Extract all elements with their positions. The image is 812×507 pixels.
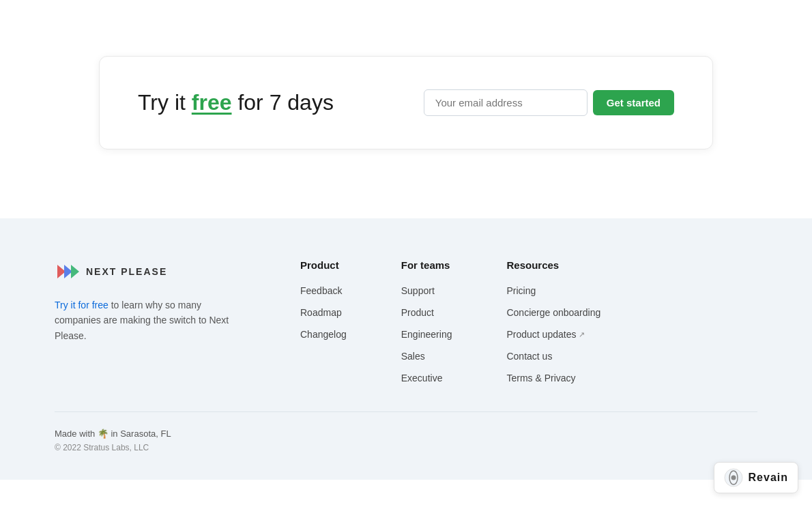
concierge-link[interactable]: Concierge onboarding xyxy=(506,307,600,318)
list-item: Executive xyxy=(401,372,452,384)
sales-link[interactable]: Sales xyxy=(401,351,425,362)
product-updates-link[interactable]: Product updates ↗ xyxy=(506,329,585,340)
footer-col-teams-heading: For teams xyxy=(401,259,452,271)
list-item: Support xyxy=(401,285,452,297)
email-input[interactable] xyxy=(424,89,588,116)
top-section: Try it free for 7 days Get started xyxy=(0,0,812,218)
footer-col-teams-list: Support Product Engineering Sales Execut… xyxy=(401,285,452,384)
list-item: Product xyxy=(401,306,452,319)
list-item: Engineering xyxy=(401,328,452,341)
roadmap-link[interactable]: Roadmap xyxy=(300,307,342,318)
list-item: Pricing xyxy=(506,285,600,297)
cta-heading-before: Try it xyxy=(138,90,192,115)
list-item: Contact us xyxy=(506,350,600,362)
engineering-link[interactable]: Engineering xyxy=(401,329,452,340)
list-item: Sales xyxy=(401,350,452,362)
footer-top: NEXT PLEASE Try it for free to learn why… xyxy=(55,259,757,411)
footer-copyright: © 2022 Stratus Labs, LLC xyxy=(55,443,171,452)
contact-us-link[interactable]: Contact us xyxy=(506,351,552,362)
pricing-link[interactable]: Pricing xyxy=(506,285,536,296)
cta-form: Get started xyxy=(424,89,674,116)
footer-col-resources-heading: Resources xyxy=(506,259,600,271)
changelog-link[interactable]: Changelog xyxy=(300,329,347,340)
footer: NEXT PLEASE Try it for free to learn why… xyxy=(0,218,812,480)
product-link[interactable]: Product xyxy=(401,307,434,318)
revain-logo-icon xyxy=(724,468,743,480)
support-link[interactable]: Support xyxy=(401,285,435,296)
svg-marker-2 xyxy=(71,265,79,278)
footer-col-teams: For teams Support Product Engineering Sa… xyxy=(401,259,452,384)
footer-col-resources-list: Pricing Concierge onboarding Product upd… xyxy=(506,285,600,384)
footer-col-product-list: Feedback Roadmap Changelog xyxy=(300,285,347,341)
list-item: Feedback xyxy=(300,285,347,297)
cta-card: Try it free for 7 days Get started xyxy=(99,56,713,149)
list-item: Terms & Privacy xyxy=(506,372,600,384)
brand-logo: NEXT PLEASE xyxy=(55,259,246,284)
cta-heading-free: free xyxy=(192,90,232,115)
terms-privacy-link[interactable]: Terms & Privacy xyxy=(506,373,575,383)
list-item: Concierge onboarding xyxy=(506,306,600,319)
cta-heading: Try it free for 7 days xyxy=(138,90,334,115)
footer-brand: NEXT PLEASE Try it for free to learn why… xyxy=(55,259,246,384)
brand-logo-icon xyxy=(55,259,79,284)
footer-bottom: Made with 🌴 in Sarasota, FL © 2022 Strat… xyxy=(55,411,757,452)
executive-link[interactable]: Executive xyxy=(401,373,443,383)
feedback-link[interactable]: Feedback xyxy=(300,285,342,296)
footer-columns: Product Feedback Roadmap Changelog For t… xyxy=(300,259,757,384)
footer-meta: Made with 🌴 in Sarasota, FL xyxy=(55,429,171,439)
get-started-button[interactable]: Get started xyxy=(593,90,674,115)
list-item: Roadmap xyxy=(300,306,347,319)
list-item: Changelog xyxy=(300,328,347,341)
cta-heading-after: for 7 days xyxy=(232,90,334,115)
revain-badge[interactable]: Revain xyxy=(714,462,798,480)
revain-text: Revain xyxy=(749,472,788,480)
footer-col-product: Product Feedback Roadmap Changelog xyxy=(300,259,347,384)
footer-meta-block: Made with 🌴 in Sarasota, FL © 2022 Strat… xyxy=(55,429,171,452)
footer-col-resources: Resources Pricing Concierge onboarding P… xyxy=(506,259,600,384)
footer-col-product-heading: Product xyxy=(300,259,347,271)
brand-name: NEXT PLEASE xyxy=(86,266,167,277)
external-link-icon: ↗ xyxy=(579,330,585,339)
list-item: Product updates ↗ xyxy=(506,328,600,341)
brand-try-free-link[interactable]: Try it for free xyxy=(55,300,108,310)
brand-description: Try it for free to learn why so many com… xyxy=(55,298,246,343)
